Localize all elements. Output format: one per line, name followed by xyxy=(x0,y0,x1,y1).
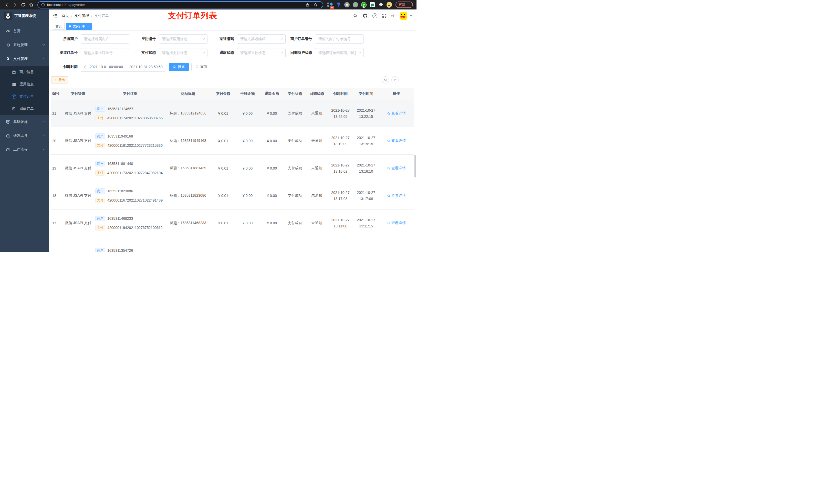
sidebar-item-pay-order[interactable]: ¥ 支付订单 xyxy=(0,90,49,103)
sidebar-item-label: 支付管理 xyxy=(13,56,28,61)
cell-action: 查看详情 xyxy=(379,166,414,171)
tab-close-icon[interactable]: × xyxy=(87,25,89,28)
channel-code-select[interactable] xyxy=(237,34,286,44)
profile-avatar-icon[interactable] xyxy=(386,2,392,7)
view-detail-link[interactable]: 查看详情 xyxy=(387,166,406,171)
caret-down-icon[interactable] xyxy=(410,15,412,17)
fullscreen-icon[interactable] xyxy=(382,13,387,18)
view-detail-link[interactable]: 查看详情 xyxy=(387,111,406,116)
search-button[interactable]: 搜索 xyxy=(169,63,189,71)
breadcrumb-separator: / xyxy=(71,14,72,18)
url-text: localhost:1024/pay/order xyxy=(47,3,85,7)
breadcrumb-pay-manage[interactable]: 支付管理 xyxy=(74,14,89,18)
sidebar-item-label: 应用信息 xyxy=(20,82,34,87)
col-header-amount: 支付金额 xyxy=(211,91,235,96)
extension-chat-icon[interactable] xyxy=(370,2,375,7)
export-button[interactable]: 导出 xyxy=(51,76,68,83)
cell-action: 查看详情 xyxy=(379,221,414,225)
merchant-order-no: 1635311881440 xyxy=(107,162,133,166)
extension-y-icon[interactable]: y xyxy=(361,2,366,7)
forward-icon[interactable] xyxy=(12,2,18,7)
filter-app-id: 应用编号 xyxy=(129,34,208,44)
sidebar-item-payment[interactable]: ¥ 支付管理 xyxy=(0,52,49,66)
sidebar-item-infrastructure[interactable]: 基础设施 xyxy=(0,115,49,129)
sidebar-item-workflow[interactable]: 工作流程 xyxy=(0,143,49,157)
content: 所属商户 应用编号 渠道编码 xyxy=(49,31,416,252)
filter-label: 所属商户 xyxy=(51,37,81,41)
update-button[interactable]: 更新 ⋮ xyxy=(396,2,413,8)
merchant-input[interactable] xyxy=(81,34,129,44)
info-icon[interactable] xyxy=(41,3,45,7)
reload-icon[interactable] xyxy=(21,2,26,7)
view-detail-link[interactable]: 查看详情 xyxy=(387,139,406,143)
sidebar-toggle-icon[interactable] xyxy=(53,13,57,18)
sidebar-item-app-info[interactable]: 应用信息 xyxy=(0,78,49,90)
sidebar-item-system[interactable]: ⚙ 系统管理 xyxy=(0,38,49,52)
github-icon[interactable] xyxy=(362,13,368,19)
cell-order: 商户1635311881440 支付4200001173202110272847… xyxy=(93,161,165,176)
breadcrumb-current: 支付订单 xyxy=(95,14,109,18)
share-icon[interactable] xyxy=(305,2,310,7)
extensions-puzzle-icon[interactable] xyxy=(378,2,383,7)
view-detail-link[interactable]: 查看详情 xyxy=(387,221,406,225)
sidebar-item-dev-tools[interactable]: 研发工具 xyxy=(0,129,49,143)
yen-icon: ¥ xyxy=(6,56,11,62)
notify-status-select[interactable] xyxy=(315,48,364,57)
filter-label: 商户订单编号 xyxy=(286,37,315,41)
breadcrumb-home[interactable]: 首页 xyxy=(62,14,69,18)
user-avatar[interactable] xyxy=(400,12,407,20)
font-size-icon[interactable]: tT xyxy=(391,14,395,18)
cell-channel: 微信 JSAPI 支付 xyxy=(63,111,93,116)
tab-home[interactable]: 首页 xyxy=(53,23,65,30)
pay-status-select[interactable] xyxy=(159,48,208,57)
active-tab-dot xyxy=(69,25,71,27)
merchant-order-no-input[interactable] xyxy=(315,34,364,44)
navbar-actions: ? tT xyxy=(348,12,412,20)
pay-badge: 支付 xyxy=(95,225,105,231)
cell-refund: ¥ 0.00 xyxy=(260,112,284,116)
toggle-search-button[interactable] xyxy=(382,76,389,83)
merchant-order-no: 1635311949168 xyxy=(107,134,133,138)
tab-pay-order[interactable]: 支付订单 × xyxy=(66,23,92,30)
extension-command-icon[interactable]: ⌘ xyxy=(344,2,350,7)
sidebar-item-home[interactable]: 首页 xyxy=(0,24,49,38)
gear-icon: ⚙ xyxy=(6,43,11,47)
filter-label: 渠道订单号 xyxy=(51,50,81,55)
reset-button[interactable]: 重置 xyxy=(191,63,211,71)
pay-badge: 支付 xyxy=(95,116,105,121)
pay-badge: 支付 xyxy=(95,143,105,148)
refresh-button[interactable] xyxy=(391,76,399,83)
help-icon[interactable]: ? xyxy=(373,13,377,18)
cell-status: 支付成功 xyxy=(284,139,306,143)
address-bar[interactable]: localhost:1024/pay/order xyxy=(38,1,323,8)
cell-id: 19 xyxy=(51,166,63,170)
extension-diamond-icon[interactable]: 10 xyxy=(327,2,333,7)
cell-create-time: 2021-10-2713:11:08 xyxy=(328,217,353,229)
sidebar-item-merchant-info[interactable]: 商户信息 xyxy=(0,66,49,78)
cell-action: 查看详情 xyxy=(379,111,414,116)
url-path: :1024/pay/order xyxy=(61,3,85,7)
channel-order-no: 4200001181202110277723215336 xyxy=(107,143,163,147)
app-id-select[interactable] xyxy=(159,34,208,44)
home-icon[interactable] xyxy=(29,2,34,7)
shop-icon xyxy=(11,70,16,74)
scrollbar-thumb[interactable] xyxy=(414,155,416,177)
merchant-order-no: 1635312124657 xyxy=(107,107,133,111)
channel-order-no-input[interactable] xyxy=(81,48,129,57)
browser-menu-icon[interactable]: ⋮ xyxy=(407,3,411,7)
cell-status: 支付成功 xyxy=(284,111,306,116)
search-icon[interactable] xyxy=(353,13,358,18)
bookmark-star-icon[interactable] xyxy=(313,2,318,7)
date-range-input[interactable]: 2021-10-01 00:00:00 - 2021-10-31 23:59:5… xyxy=(81,62,165,72)
back-icon[interactable] xyxy=(4,2,9,7)
cell-channel: 微信 JSAPI 支付 xyxy=(63,139,93,143)
filter-label: 创建时间 xyxy=(51,65,81,69)
view-detail-link[interactable]: 查看详情 xyxy=(387,193,406,198)
sidebar-item-refund-order[interactable]: 退款订单 xyxy=(0,103,49,115)
extension-kite-icon[interactable] xyxy=(336,2,341,7)
refund-status-select[interactable] xyxy=(237,48,286,57)
cell-refund: ¥ 0.00 xyxy=(260,166,284,170)
extension-record-icon[interactable] xyxy=(353,2,358,7)
screen: localhost:1024/pay/order 10 ⌘ y xyxy=(0,0,416,252)
cell-action: 查看详情 xyxy=(379,139,414,143)
